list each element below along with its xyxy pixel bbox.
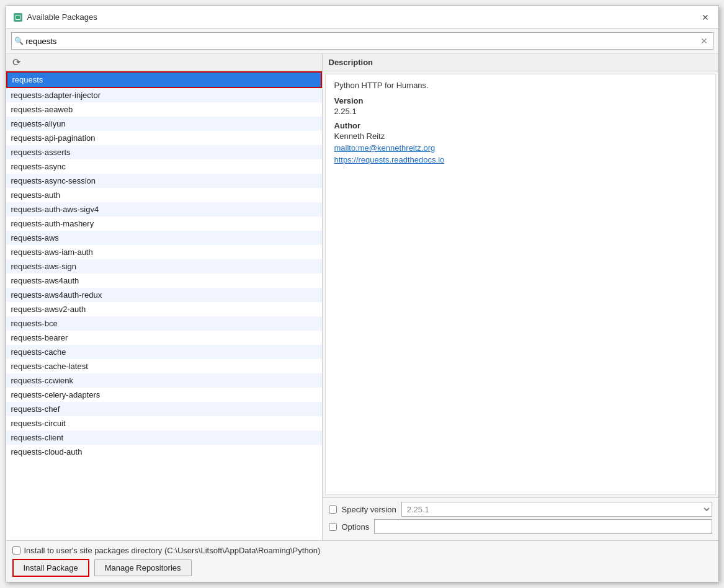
- search-icon: 🔍: [14, 37, 24, 45]
- email-link[interactable]: mailto:me@kennethreitz.org: [334, 143, 707, 153]
- close-button[interactable]: ✕: [699, 11, 712, 24]
- footer: Install to user's site packages director…: [6, 540, 718, 582]
- list-item[interactable]: requests-cloud-auth: [6, 445, 322, 459]
- search-wrapper: 🔍 ✕: [11, 32, 713, 50]
- search-clear-button[interactable]: ✕: [698, 35, 710, 47]
- options-row: Options: [329, 519, 712, 534]
- description-main: Python HTTP for Humans.: [334, 81, 707, 90]
- list-item[interactable]: requests-auth-mashery: [6, 216, 322, 231]
- manage-repositories-button[interactable]: Manage Repositories: [94, 559, 192, 576]
- specify-version-row: Specify version 2.25.1: [329, 502, 712, 517]
- options-label: Options: [342, 522, 370, 532]
- list-item[interactable]: requests-bearer: [6, 331, 322, 345]
- title-bar-left: Available Packages: [12, 12, 97, 23]
- list-item[interactable]: requests-async-session: [6, 174, 322, 188]
- search-bar: 🔍 ✕: [6, 29, 718, 54]
- description-panel: Description Python HTTP for Humans. Vers…: [323, 54, 718, 540]
- available-packages-dialog: Available Packages ✕ 🔍 ✕ ⟳ requestsreque…: [6, 6, 719, 582]
- version-select[interactable]: 2.25.1: [401, 502, 712, 517]
- list-item[interactable]: requests-cache-latest: [6, 359, 322, 373]
- list-item[interactable]: requests-aws4auth-redux: [6, 288, 322, 302]
- list-item[interactable]: requests-ccwienk: [6, 373, 322, 388]
- main-area: ⟳ requestsrequests-adapter-injectorreque…: [6, 54, 718, 540]
- install-path-row: Install to user's site packages director…: [12, 546, 712, 555]
- list-item[interactable]: requests-auth-aws-sigv4: [6, 202, 322, 216]
- install-path-text: Install to user's site packages director…: [24, 546, 321, 555]
- list-item[interactable]: requests-circuit: [6, 416, 322, 430]
- refresh-button[interactable]: ⟳: [10, 55, 23, 69]
- list-item[interactable]: requests-cache: [6, 345, 322, 359]
- install-path-checkbox[interactable]: [12, 546, 20, 555]
- options-input[interactable]: [374, 519, 712, 534]
- list-item[interactable]: requests-auth: [6, 188, 322, 202]
- list-item[interactable]: requests-chef: [6, 402, 322, 416]
- dialog-icon: [12, 12, 24, 23]
- list-item[interactable]: requests-aeaweb: [6, 102, 322, 117]
- svg-rect-2: [16, 16, 20, 19]
- list-item[interactable]: requests-adapter-injector: [6, 88, 322, 102]
- list-item[interactable]: requests-aws4auth: [6, 274, 322, 288]
- list-item[interactable]: requests-client: [6, 430, 322, 445]
- install-package-button[interactable]: Install Package: [12, 559, 89, 577]
- package-list-header: ⟳: [6, 54, 322, 71]
- buttons-row: Install Package Manage Repositories: [12, 559, 712, 577]
- list-item[interactable]: requests-api-pagination: [6, 131, 322, 145]
- title-bar: Available Packages ✕: [6, 6, 718, 29]
- bottom-options: Specify version 2.25.1 Options: [323, 497, 718, 540]
- list-item[interactable]: requests-async: [6, 159, 322, 174]
- dialog-title: Available Packages: [27, 12, 97, 22]
- specify-version-checkbox[interactable]: [329, 506, 337, 514]
- list-item[interactable]: requests-aws-iam-auth: [6, 245, 322, 259]
- list-item[interactable]: requests-bce: [6, 316, 322, 331]
- author-value: Kenneth Reitz: [334, 131, 707, 141]
- specify-version-label: Specify version: [342, 505, 396, 514]
- list-item[interactable]: requests: [6, 71, 322, 88]
- options-checkbox[interactable]: [329, 523, 337, 531]
- list-item[interactable]: requests-aliyun: [6, 117, 322, 131]
- list-item[interactable]: requests-aws: [6, 231, 322, 245]
- list-item[interactable]: requests-asserts: [6, 145, 322, 159]
- package-list-panel: ⟳ requestsrequests-adapter-injectorreque…: [6, 54, 323, 540]
- docs-link[interactable]: https://requests.readthedocs.io: [334, 155, 707, 164]
- author-label: Author: [334, 121, 707, 130]
- description-header: Description: [323, 54, 718, 71]
- version-value: 2.25.1: [334, 107, 707, 116]
- description-content: Python HTTP for Humans. Version 2.25.1 A…: [325, 74, 716, 495]
- version-label: Version: [334, 96, 707, 105]
- search-input[interactable]: [26, 37, 698, 46]
- list-item[interactable]: requests-awsv2-auth: [6, 302, 322, 316]
- package-list[interactable]: requestsrequests-adapter-injectorrequest…: [6, 71, 322, 540]
- list-item[interactable]: requests-celery-adapters: [6, 388, 322, 402]
- list-item[interactable]: requests-aws-sign: [6, 259, 322, 274]
